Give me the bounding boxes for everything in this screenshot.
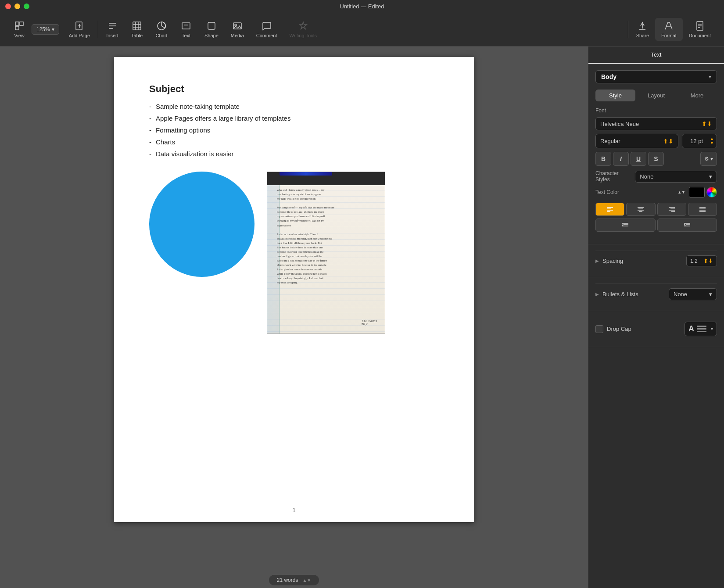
font-size-arrows-icon: ▲ ▼	[710, 137, 714, 145]
strikethrough-button[interactable]: S	[648, 152, 664, 166]
list-item: -Charts	[149, 138, 443, 146]
svg-rect-2	[15, 26, 19, 30]
indent-row	[595, 219, 717, 232]
align-right-button[interactable]	[657, 203, 686, 216]
svg-rect-0	[15, 22, 19, 25]
tab-layout[interactable]: Layout	[636, 90, 676, 101]
svg-rect-9	[133, 22, 141, 30]
svg-point-19	[235, 24, 237, 26]
indent-increase-button[interactable]	[657, 219, 717, 232]
share-button[interactable]: Share	[630, 18, 655, 41]
dropcap-toggle[interactable]	[595, 325, 603, 333]
more-arrow-icon: ▾	[710, 156, 713, 162]
insert-button[interactable]: Insert	[100, 18, 125, 41]
handwritten-note-image: what did I know a really good essay – my…	[267, 172, 385, 334]
spacing-arrows-icon: ⬆⬇	[703, 258, 713, 264]
font-name-picker[interactable]: Helvetica Neue ⬆⬇	[595, 117, 717, 130]
close-button[interactable]	[5, 4, 11, 9]
font-size-picker[interactable]: 12 pt ▲ ▼	[682, 134, 717, 148]
alignment-row	[595, 203, 717, 216]
writing-tools-label: Writing Tools	[290, 33, 317, 38]
main-area: Subject -Sample note-taking template -Ap…	[0, 47, 724, 588]
media-button[interactable]: Media	[225, 18, 250, 41]
window-controls	[5, 4, 29, 9]
format-button[interactable]: Format	[655, 18, 683, 41]
font-style-value: Regular	[600, 138, 620, 144]
character-styles-label: Character Styles	[595, 170, 631, 183]
bullet-list: -Sample note-taking template -Apple Page…	[149, 103, 443, 158]
shape-button[interactable]: Shape	[198, 18, 225, 41]
font-section-label: Font	[595, 108, 717, 114]
format-label: Format	[661, 33, 677, 38]
bullets-label: Bullets & Lists	[602, 291, 665, 298]
tab-format[interactable]: Text	[588, 47, 724, 64]
tab-style[interactable]: Style	[595, 90, 635, 101]
minimize-button[interactable]	[14, 4, 20, 9]
chart-button[interactable]: Chart	[149, 18, 174, 41]
underline-button[interactable]: U	[631, 152, 646, 166]
font-style-arrow-icon: ⬆⬇	[663, 138, 674, 145]
bullets-picker[interactable]: None ▾	[669, 288, 717, 300]
dropcap-style-picker[interactable]: A ▾	[685, 322, 717, 336]
word-count-value: 21 words	[277, 577, 298, 583]
comment-button[interactable]: Comment	[250, 18, 283, 41]
view-label: View	[14, 33, 25, 38]
window-title: Untitled — Edited	[340, 3, 384, 10]
list-item: -Apple Pages offers a large library of t…	[149, 115, 443, 122]
more-format-button[interactable]: ⚙ ▾	[700, 152, 717, 166]
table-button[interactable]: Table	[125, 18, 149, 41]
indent-decrease-button[interactable]	[595, 219, 656, 232]
toolbar-right: Share Format Document	[626, 18, 717, 41]
spacing-section: ▶ Spacing 1.2 ⬆⬇	[588, 244, 724, 277]
spacing-label: Spacing	[602, 258, 683, 264]
text-color-row: Text Color ▲▼	[595, 187, 717, 197]
list-item: -Formatting options	[149, 126, 443, 134]
dropcap-preview: A	[688, 324, 694, 333]
character-styles-row: Character Styles None ▾	[595, 170, 717, 183]
toolbar-separator	[98, 21, 98, 38]
italic-button[interactable]: I	[613, 152, 629, 166]
color-wheel-button[interactable]	[706, 187, 717, 197]
spacing-collapse-icon: ▶	[595, 258, 599, 263]
panel-style-section: Body ▾ Style Layout More Font Helvetica …	[588, 64, 724, 244]
comment-label: Comment	[256, 33, 277, 38]
bullets-value: None	[674, 291, 687, 298]
page-title: Subject	[149, 83, 443, 95]
document-button[interactable]: Document	[683, 18, 717, 41]
font-size-value: 12 pt	[685, 138, 708, 144]
color-swatch-black[interactable]	[689, 187, 705, 197]
style-selector[interactable]: Body ▾	[595, 70, 717, 83]
maximize-button[interactable]	[24, 4, 29, 9]
document-area[interactable]: Subject -Sample note-taking template -Ap…	[0, 47, 588, 588]
shape-label: Shape	[204, 33, 219, 38]
align-left-button[interactable]	[595, 203, 624, 216]
character-styles-picker[interactable]: None ▾	[635, 171, 717, 183]
spacing-row[interactable]: ▶ Spacing 1.2 ⬆⬇	[595, 251, 717, 271]
spacing-value-box[interactable]: 1.2 ⬆⬇	[686, 255, 717, 266]
sub-tabs: Style Layout More	[595, 90, 717, 101]
insert-label: Insert	[106, 33, 118, 38]
align-justify-button[interactable]	[688, 203, 717, 216]
document-label: Document	[689, 33, 711, 38]
add-page-button[interactable]: Add Page	[63, 18, 96, 41]
zoom-control[interactable]: 125% ▾	[32, 24, 59, 35]
share-label: Share	[636, 33, 649, 38]
font-style-picker[interactable]: Regular ⬆⬇	[595, 134, 678, 148]
format-buttons: B I U S ⚙ ▾	[595, 152, 717, 166]
view-button[interactable]: View	[7, 18, 32, 41]
dropcap-section: Drop Cap A ▾	[588, 311, 724, 347]
word-count-pill[interactable]: 21 words ▲▼	[269, 575, 319, 585]
zoom-arrow: ▾	[52, 26, 54, 32]
tab-more[interactable]: More	[677, 90, 717, 101]
character-styles-value: None	[640, 173, 653, 180]
style-name: Body	[601, 73, 616, 80]
align-center-button[interactable]	[626, 203, 655, 216]
text-button[interactable]: Text	[174, 18, 198, 41]
note-dark-header	[267, 172, 385, 185]
bold-button[interactable]: B	[595, 152, 611, 166]
toolbar-sep-right	[628, 21, 628, 38]
dropcap-lines-icon	[697, 326, 706, 332]
note-paper: what did I know a really good essay – my…	[267, 172, 385, 333]
toolbar: View 125% ▾ Add Page Insert Table Chart …	[0, 12, 724, 47]
list-item: -Data visualization is easier	[149, 150, 443, 158]
